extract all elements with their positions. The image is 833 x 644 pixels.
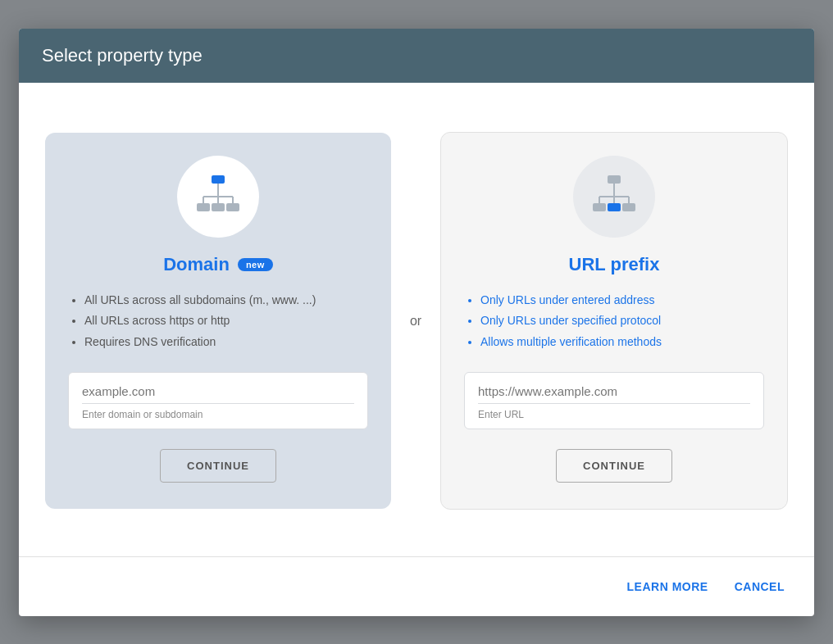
domain-icon-circle — [177, 156, 259, 238]
domain-features: All URLs across all subdomains (m., www.… — [68, 290, 368, 352]
domain-input-box: Enter domain or subdomain — [68, 372, 368, 429]
or-divider: or — [391, 314, 440, 329]
domain-card-title: Domain new — [163, 254, 273, 275]
url-feature-2: Only URLs under specified protocol — [480, 311, 764, 331]
domain-feature-2: All URLs across https or http — [84, 311, 368, 331]
domain-network-icon — [193, 172, 243, 221]
dialog: Select property type — [19, 29, 814, 616]
new-badge: new — [238, 258, 273, 271]
dialog-header: Select property type — [19, 29, 814, 83]
dialog-title: Select property type — [42, 45, 791, 66]
url-input-hint: Enter URL — [478, 409, 750, 420]
cancel-button[interactable]: CANCEL — [731, 574, 788, 600]
svg-rect-2 — [212, 203, 225, 211]
url-feature-1: Only URLs under entered address — [480, 290, 764, 311]
url-network-icon — [589, 172, 639, 221]
url-feature-3: Allows multiple verification methods — [480, 332, 764, 352]
svg-rect-3 — [226, 203, 239, 211]
domain-continue-button[interactable]: CONTINUE — [160, 449, 276, 483]
domain-input[interactable] — [82, 384, 354, 404]
domain-feature-3: Requires DNS verification — [84, 332, 368, 352]
url-card-title: URL prefix — [569, 254, 660, 275]
domain-card: Domain new All URLs across all subdomain… — [45, 133, 391, 509]
svg-rect-11 — [608, 203, 621, 211]
url-icon-circle — [573, 156, 655, 238]
svg-rect-0 — [212, 175, 225, 184]
url-input-box: Enter URL — [464, 372, 764, 429]
url-card: URL prefix Only URLs under entered addre… — [440, 132, 788, 510]
dialog-body: Domain new All URLs across all subdomain… — [19, 83, 814, 533]
domain-input-hint: Enter domain or subdomain — [82, 409, 354, 420]
url-input[interactable] — [478, 384, 750, 404]
learn-more-button[interactable]: LEARN MORE — [624, 574, 712, 600]
domain-feature-1: All URLs across all subdomains (m., www.… — [84, 290, 368, 311]
svg-rect-12 — [622, 203, 635, 211]
url-features: Only URLs under entered address Only URL… — [464, 290, 764, 352]
svg-rect-9 — [608, 175, 621, 184]
svg-rect-10 — [593, 203, 606, 211]
url-continue-button[interactable]: CONTINUE — [556, 449, 672, 483]
svg-rect-1 — [197, 203, 210, 211]
dialog-footer: LEARN MORE CANCEL — [19, 556, 814, 616]
